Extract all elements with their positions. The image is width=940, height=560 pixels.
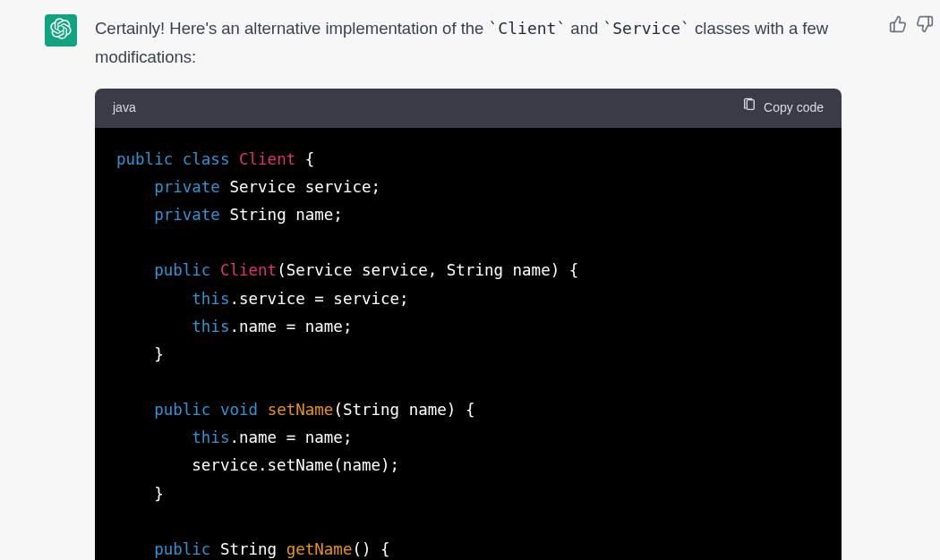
code-body[interactable]: public class Client { private Service se… bbox=[95, 128, 842, 560]
assistant-message: Certainly! Here's an alternative impleme… bbox=[0, 0, 940, 560]
feedback-buttons bbox=[888, 16, 935, 36]
copy-code-button[interactable]: Copy code bbox=[742, 98, 824, 119]
inline-code-client: `Client` bbox=[489, 19, 567, 38]
code-header: java Copy code bbox=[95, 89, 842, 128]
assistant-avatar bbox=[45, 14, 77, 47]
clipboard-icon bbox=[742, 98, 756, 119]
code-block: java Copy code public class Client { pri… bbox=[95, 89, 842, 560]
thumbs-down-icon bbox=[916, 15, 934, 37]
code-language-label: java bbox=[113, 98, 136, 119]
thumbs-up-icon bbox=[889, 15, 907, 37]
thumbs-up-button[interactable] bbox=[888, 16, 908, 36]
svg-rect-0 bbox=[747, 100, 754, 110]
thumbs-down-button[interactable] bbox=[915, 16, 935, 36]
copy-code-label: Copy code bbox=[764, 98, 824, 119]
message-content: Certainly! Here's an alternative impleme… bbox=[95, 14, 895, 560]
message-text: Certainly! Here's an alternative impleme… bbox=[95, 14, 842, 71]
message-mid1: and bbox=[566, 19, 602, 38]
openai-logo-icon bbox=[50, 18, 72, 43]
inline-code-service: `Service` bbox=[602, 19, 690, 38]
message-intro-prefix: Certainly! Here's an alternative impleme… bbox=[95, 19, 489, 38]
